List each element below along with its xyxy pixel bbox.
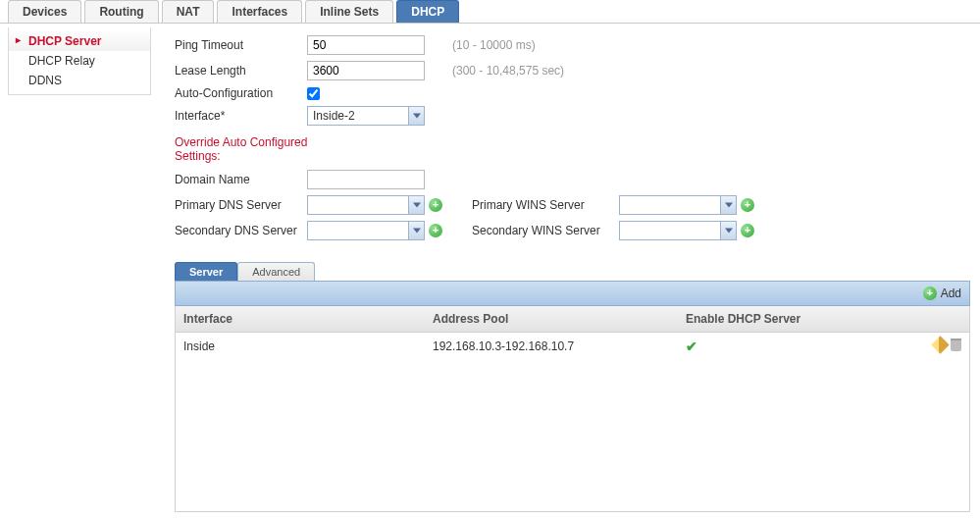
tab-routing[interactable]: Routing — [84, 0, 158, 23]
plus-icon — [923, 287, 937, 300]
chevron-down-icon[interactable] — [720, 196, 736, 214]
delete-icon[interactable] — [951, 339, 961, 351]
interface-label: Interface* — [175, 109, 307, 123]
col-enable-header: Enable DHCP Server — [678, 306, 926, 332]
auto-config-checkbox[interactable] — [307, 87, 320, 100]
secondary-wins-label: Secondary WINS Server — [472, 224, 619, 237]
add-button[interactable]: Add — [923, 287, 961, 300]
chevron-down-icon[interactable] — [408, 196, 424, 214]
primary-dns-select[interactable] — [307, 195, 425, 215]
add-primary-wins-icon[interactable] — [741, 198, 754, 212]
override-settings-heading: Override Auto Configured Settings: — [175, 135, 341, 164]
primary-dns-label: Primary DNS Server — [175, 198, 307, 212]
tab-inline-sets[interactable]: Inline Sets — [305, 0, 393, 23]
top-tabs: Devices Routing NAT Interfaces Inline Se… — [0, 0, 980, 24]
ping-timeout-hint: (10 - 10000 ms) — [452, 38, 536, 52]
lease-length-label: Lease Length — [175, 64, 307, 78]
sidebar: DHCP Server DHCP Relay DDNS — [8, 27, 151, 95]
ping-timeout-label: Ping Timeout — [175, 38, 307, 52]
primary-wins-label: Primary WINS Server — [472, 198, 619, 212]
sidebar-item-dhcp-relay[interactable]: DHCP Relay — [9, 51, 150, 71]
cell-pool: 192.168.10.3-192.168.10.7 — [425, 334, 678, 359]
tab-devices[interactable]: Devices — [8, 0, 81, 23]
chevron-down-icon[interactable] — [720, 222, 736, 239]
sub-tab-server[interactable]: Server — [175, 262, 237, 281]
sub-tabs: Server Advanced — [175, 262, 970, 281]
tab-interfaces[interactable]: Interfaces — [217, 0, 302, 23]
content-panel: Ping Timeout (10 - 10000 ms) Lease Lengt… — [151, 24, 980, 521]
dhcp-table: Interface Address Pool Enable DHCP Serve… — [175, 306, 970, 512]
cell-enable: ✔ — [678, 333, 926, 360]
lease-length-hint: (300 - 10,48,575 sec) — [452, 64, 564, 78]
add-secondary-wins-icon[interactable] — [741, 224, 754, 237]
add-secondary-dns-icon[interactable] — [429, 224, 442, 237]
auto-config-label: Auto-Configuration — [175, 86, 307, 100]
interface-select-value: Inside-2 — [308, 109, 408, 123]
sidebar-item-ddns[interactable]: DDNS — [9, 71, 150, 90]
secondary-dns-select[interactable] — [307, 221, 425, 240]
chevron-down-icon[interactable] — [408, 107, 424, 125]
lease-length-input[interactable] — [307, 61, 425, 80]
tab-dhcp[interactable]: DHCP — [396, 0, 459, 23]
col-interface-header: Interface — [176, 306, 425, 332]
primary-wins-select[interactable] — [619, 195, 737, 215]
row-actions — [934, 339, 961, 351]
col-pool-header: Address Pool — [425, 306, 678, 332]
interface-select[interactable]: Inside-2 — [307, 106, 425, 126]
secondary-wins-select[interactable] — [619, 221, 737, 240]
table-header: Interface Address Pool Enable DHCP Serve… — [176, 306, 969, 333]
edit-icon[interactable] — [931, 336, 949, 353]
domain-name-input[interactable] — [307, 170, 425, 189]
check-icon: ✔ — [686, 339, 697, 354]
ping-timeout-input[interactable] — [307, 35, 425, 55]
add-button-label: Add — [941, 287, 961, 300]
cell-interface: Inside — [176, 334, 425, 359]
chevron-down-icon[interactable] — [408, 222, 424, 239]
secondary-dns-label: Secondary DNS Server — [175, 224, 307, 237]
col-actions-header — [926, 306, 969, 332]
add-primary-dns-icon[interactable] — [429, 198, 442, 212]
sidebar-item-dhcp-server[interactable]: DHCP Server — [9, 31, 150, 51]
sub-tab-advanced[interactable]: Advanced — [237, 262, 315, 281]
tab-nat[interactable]: NAT — [162, 0, 215, 23]
table-row: Inside 192.168.10.3-192.168.10.7 ✔ — [176, 333, 969, 360]
domain-name-label: Domain Name — [175, 173, 307, 186]
table-toolbar: Add — [175, 281, 970, 306]
